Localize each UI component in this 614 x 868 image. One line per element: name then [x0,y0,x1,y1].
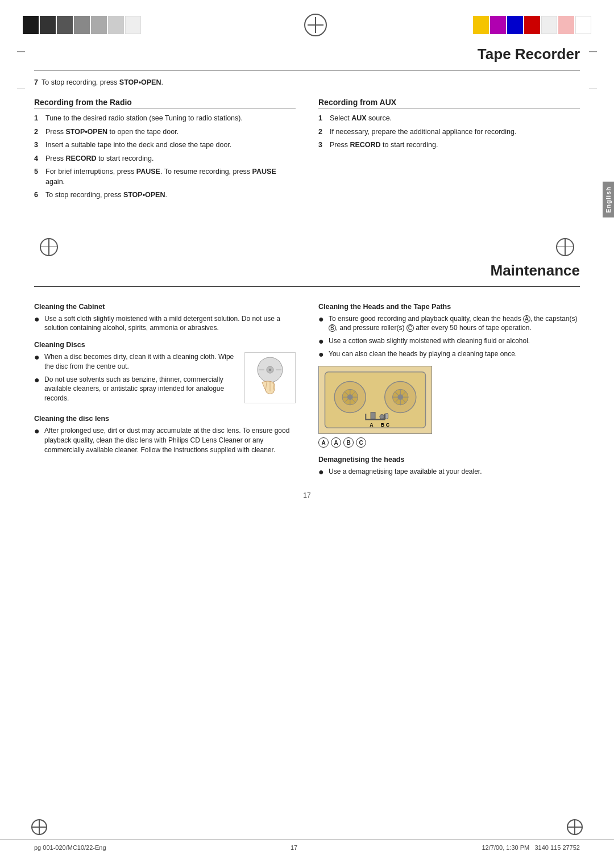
aux-step-1: 1 Select AUX source. [318,114,580,124]
label-a-big: A [318,437,329,448]
aux-step-2: 2 If necessary, prepare the additional a… [318,127,580,137]
cabinet-bullets: ● Use a soft cloth slightly moistened wi… [34,314,296,333]
color-block [125,16,141,34]
disc-bullets: ● When a disc becomes dirty, clean it wi… [34,352,239,403]
svg-point-24 [380,415,384,419]
aux-section-title: Recording from AUX [318,98,580,109]
tape-path-diagram-container: A B C A A B C [318,366,580,448]
cabinet-bullet-1: ● Use a soft cloth slightly moistened wi… [34,314,296,333]
demag-title: Demagnetising the heads [318,456,580,464]
radio-step-4: 4 Press RECORD to start recording. [34,154,296,164]
bullet-dot: ● [318,315,324,333]
color-block [74,16,90,34]
radio-column: Recording from the Radio 1 Tune to the d… [34,92,296,204]
footer-center: 17 [291,844,297,851]
maintenance-columns: Cleaning the Cabinet ● Use a soft cloth … [34,295,580,481]
bullet-dot: ● [34,315,40,333]
heads-bullet-1: ● To ensure good recording and playback … [318,314,580,333]
radio-step-5: 5 For brief interruptions, press PAUSE. … [34,167,296,187]
color-block [507,16,523,34]
radio-step-1: 1 Tune to the desired radio station (see… [34,114,296,124]
maint-right-col: Cleaning the Heads and the Tape Paths ● … [318,295,580,481]
bottom-reg-mark-right [567,819,583,835]
bullet-dot: ● [34,427,40,454]
reg-mark-right [556,238,574,256]
aux-steps: 1 Select AUX source. 2 If necessary, pre… [318,114,580,151]
cabinet-title: Cleaning the Cabinet [34,303,296,311]
disc-lens-bullets: ● After prolonged use, dirt or dust may … [34,426,296,454]
svg-text:B: B [381,422,384,428]
bottom-reg-left [31,819,47,837]
color-block [524,16,540,34]
two-column-layout: Recording from the Radio 1 Tune to the d… [34,92,580,204]
color-block [473,16,489,34]
color-block [541,16,557,34]
bullet-dot: ● [318,337,324,346]
left-color-blocks [23,16,141,34]
radio-section-title: Recording from the Radio [34,98,296,109]
svg-text:A: A [370,422,374,428]
bullet-dot: ● [318,468,324,477]
bullet-dot: ● [34,375,40,403]
radio-step-2: 2 Press STOP•OPEN to open the tape door. [34,127,296,137]
bottom-reg-mark-left [31,819,47,835]
label-c: C [356,437,366,448]
tape-labels-row: A A B C [318,437,580,448]
color-block [23,16,39,34]
right-color-blocks [473,16,591,34]
maintenance-title: Maintenance [34,262,580,282]
registration-mark [304,14,327,36]
bullet-dot: ● [34,353,40,372]
discs-title: Cleaning Discs [34,341,296,349]
disc-cleaning-row: ● When a disc becomes dirty, clean it wi… [34,352,296,407]
step-7-text: To stop recording, press STOP•OPEN. [42,78,163,86]
radio-step-3: 3 Insert a suitable tape into the deck a… [34,140,296,151]
reg-mark-left [40,238,58,256]
aux-step-3: 3 Press RECORD to start recording. [318,140,580,151]
disc-cleaning-svg [245,353,295,403]
step-7-num: 7 [34,78,38,86]
color-block [558,16,574,34]
step-7: 7 To stop recording, press STOP•OPEN. [34,78,580,86]
label-a-small: A [331,437,341,448]
heads-bullet-3: ● You can also clean the heads by playin… [318,349,580,359]
demag-bullets: ● Use a demagnetising tape available at … [318,467,580,477]
page-content: Tape Recorder 7 To stop recording, press… [0,40,614,511]
maint-left-col: Cleaning the Cabinet ● Use a soft cloth … [34,295,296,481]
svg-rect-25 [385,414,388,419]
aux-column: Recording from AUX 1 Select AUX source. … [318,92,580,204]
right-side-marks [589,51,597,89]
tape-recorder-section: Tape Recorder 7 To stop recording, press… [34,45,580,204]
left-side-marks [17,51,25,89]
radio-step-6: 6 To stop recording, press STOP•OPEN. [34,190,296,201]
color-block [575,16,591,34]
footer-date: 12/7/00, 1:30 PM [482,844,530,851]
radio-steps: 1 Tune to the desired radio station (see… [34,114,296,201]
svg-point-2 [269,369,271,371]
tape-recorder-title: Tape Recorder [34,45,580,65]
footer-model: 3140 115 27752 [534,844,580,851]
svg-rect-23 [371,412,375,419]
color-block [91,16,107,34]
top-registration-bar [0,0,614,40]
maintenance-section: Maintenance Cleaning the Cabinet ● Use a… [34,262,580,481]
bullet-dot: ● [318,350,324,359]
color-block [108,16,124,34]
heads-bullet-2: ● Use a cotton swab slightly moistened w… [318,336,580,346]
language-tab: English [603,182,614,218]
demag-bullet-1: ● Use a demagnetising tape available at … [318,467,580,477]
color-block [490,16,506,34]
disc-bullet-2: ● Do not use solvents such as benzine, t… [34,375,239,403]
bottom-reg-right [567,819,583,837]
color-block [40,16,56,34]
disc-lens-title: Cleaning the disc lens [34,415,296,423]
heads-bullets: ● To ensure good recording and playback … [318,314,580,360]
page-number: 17 [34,491,580,499]
spacer [34,204,580,238]
label-b: B [343,437,354,448]
tape-path-diagram: A B C [318,366,432,434]
footer-right: 12/7/00, 1:30 PM 3140 115 27752 [482,844,580,851]
heads-title: Cleaning the Heads and the Tape Paths [318,303,580,311]
disc-lens-bullet-1: ● After prolonged use, dirt or dust may … [34,426,296,454]
disc-cleaning-text: ● When a disc becomes dirty, clean it wi… [34,352,239,407]
